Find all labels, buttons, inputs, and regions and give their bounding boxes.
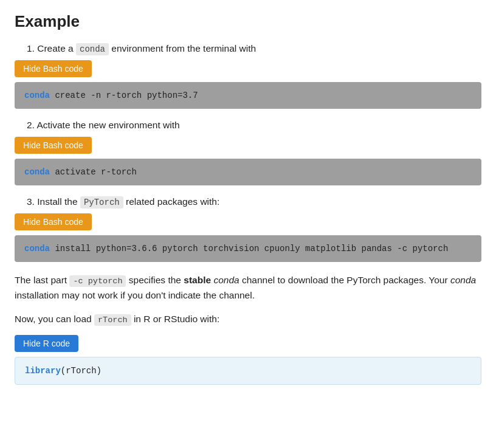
bash-code-block-3: conda install python=3.6.6 pytorch torch… xyxy=(15,235,481,262)
para1-italic-text: conda xyxy=(450,275,476,285)
para1-code2: conda xyxy=(213,275,239,285)
hide-r-code-button[interactable]: Hide R code xyxy=(15,335,78,352)
para1-middle-text: specifies the xyxy=(129,275,181,285)
step-1-inline-code: conda xyxy=(76,43,109,55)
para2-after-text: in R or RStudio with: xyxy=(134,314,219,324)
step-2-text: 2. Activate the new environment with xyxy=(27,120,481,131)
step-1-before: Create a xyxy=(37,43,73,53)
conda-keyword-2: conda xyxy=(24,167,50,177)
step-3-number: 3. xyxy=(27,196,37,207)
para1-after-text: channel to download the PyTorch packages… xyxy=(242,275,448,285)
step-2-before: Activate the new environment with xyxy=(36,120,179,130)
library-keyword: library xyxy=(25,366,61,376)
hide-bash-code-button-2[interactable]: Hide Bash code xyxy=(15,137,92,154)
r-code-block: library(rTorch) xyxy=(15,357,481,385)
para1-code1: -c pytorch xyxy=(69,275,126,287)
bash-code-text-3: install python=3.6.6 pytorch torchvision… xyxy=(50,244,448,253)
step-3-after-text: related packages with: xyxy=(126,196,219,207)
bash-code-text-2: activate r-torch xyxy=(50,167,137,177)
para1-strong-text: stable xyxy=(184,275,211,285)
step-3-inline-code: PyTorch xyxy=(80,196,123,208)
bash-code-text-1: create -n r-torch python=3.7 xyxy=(50,91,198,100)
paragraph-2: Now, you can load rTorch in R or RStudio… xyxy=(15,312,481,327)
step-1-after-text: environment from the terminal with xyxy=(111,43,256,53)
bash-code-block-2: conda activate r-torch xyxy=(15,159,481,185)
conda-keyword-3: conda xyxy=(24,244,50,253)
r-code-arg: (rTorch) xyxy=(61,366,102,376)
para1-before: The last part xyxy=(15,275,67,285)
step-3-before: Install the xyxy=(37,196,77,207)
paragraph-1: The last part -c pytorch specifies the s… xyxy=(15,273,481,303)
step-2-number: 2. xyxy=(27,120,36,130)
para1-end-text: installation may not work if you don't i… xyxy=(15,290,255,300)
step-3: 3. Install the PyTorch related packages … xyxy=(15,196,481,262)
bash-code-block-1: conda create -n r-torch python=3.7 xyxy=(15,82,481,109)
step-1: 1. Create a conda environment from the t… xyxy=(15,43,481,109)
hide-bash-code-button-1[interactable]: Hide Bash code xyxy=(15,60,92,77)
conda-keyword-1: conda xyxy=(24,91,50,100)
step-1-number: 1. xyxy=(27,43,37,53)
step-2: 2. Activate the new environment with Hid… xyxy=(15,120,481,185)
step-3-text: 3. Install the PyTorch related packages … xyxy=(27,196,481,207)
para2-code: rTorch xyxy=(94,314,131,326)
step-1-text: 1. Create a conda environment from the t… xyxy=(27,43,481,54)
hide-bash-code-button-3[interactable]: Hide Bash code xyxy=(15,213,92,230)
para2-before: Now, you can load xyxy=(15,314,92,324)
page-title: Example xyxy=(15,12,481,31)
